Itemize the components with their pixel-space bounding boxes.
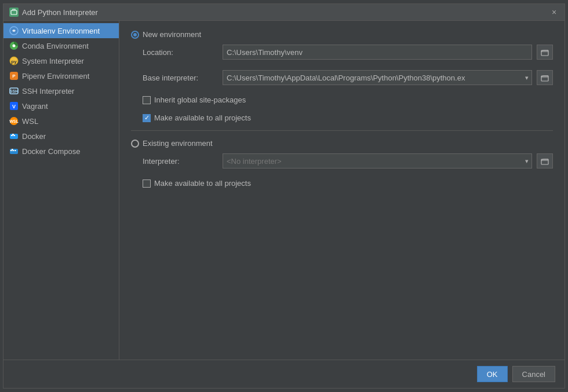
make-available-new-label: Make available to all projects — [154, 113, 251, 122]
sidebar-label-system: System Interpreter — [22, 57, 84, 65]
existing-environment-radio[interactable] — [131, 140, 139, 148]
location-label: Location: — [143, 48, 218, 57]
svg-rect-24 — [541, 76, 548, 81]
dialog-body: Virtualenv Environment Conda Environment — [3, 21, 565, 360]
svg-rect-21 — [12, 149, 13, 150]
sidebar-label-virtualenv: Virtualenv Environment — [22, 27, 100, 35]
svg-text:WSL: WSL — [9, 119, 19, 123]
sidebar-item-docker[interactable]: Docker — [3, 129, 119, 144]
sidebar-label-vagrant: Vagrant — [22, 102, 48, 111]
sidebar-item-system[interactable]: py System Interpreter — [3, 53, 119, 68]
svg-rect-0 — [11, 10, 17, 14]
svg-rect-20 — [13, 150, 14, 151]
svg-rect-16 — [13, 135, 15, 136]
cancel-button[interactable]: Cancel — [512, 366, 555, 382]
make-available-existing-checkbox[interactable] — [143, 179, 151, 188]
sidebar-item-docker-compose[interactable]: Docker Compose — [3, 144, 119, 159]
svg-rect-17 — [12, 134, 14, 135]
conda-icon — [9, 41, 19, 50]
sidebar-item-wsl[interactable]: WSL WSL — [3, 113, 119, 129]
sidebar-label-conda: Conda Environment — [22, 42, 89, 50]
inherit-checkbox-row: Inherit global site-packages — [143, 96, 553, 104]
dialog-footer: OK Cancel — [3, 360, 565, 388]
interpreter-select[interactable]: <No interpreter> — [223, 153, 532, 168]
sidebar-label-wsl: WSL — [22, 117, 38, 126]
svg-text:P: P — [12, 74, 16, 79]
svg-point-3 — [13, 45, 16, 47]
title-bar: Add Python Interpreter × — [3, 4, 565, 21]
sidebar-item-conda[interactable]: Conda Environment — [3, 38, 119, 53]
existing-environment-section: Existing environment Interpreter: <No in… — [131, 139, 553, 191]
new-environment-radio-label[interactable]: New environment — [131, 30, 553, 39]
make-available-new-checkbox[interactable] — [143, 114, 151, 122]
main-content: New environment Location: Base interpr — [119, 21, 565, 360]
sidebar-label-pipenv: Pipenv Environment — [22, 72, 89, 80]
svg-text:py: py — [11, 59, 17, 64]
base-interpreter-label: Base interpreter: — [143, 74, 218, 82]
existing-environment-label: Existing environment — [143, 139, 213, 148]
base-interpreter-browse-button[interactable] — [537, 70, 553, 85]
close-button[interactable]: × — [549, 8, 559, 17]
sidebar-label-docker: Docker — [22, 132, 46, 141]
sidebar-item-ssh[interactable]: SSH SSH Interpreter — [3, 83, 119, 98]
new-environment-label: New environment — [143, 30, 201, 39]
docker-compose-icon — [9, 146, 19, 156]
inherit-label: Inherit global site-packages — [154, 96, 246, 104]
base-interpreter-select[interactable]: C:\Users\Timothy\AppData\Local\Programs\… — [223, 70, 532, 85]
base-interpreter-select-wrapper: C:\Users\Timothy\AppData\Local\Programs\… — [223, 70, 532, 85]
section-divider — [131, 130, 553, 131]
make-available-existing-label: Make available to all projects — [154, 179, 251, 188]
svg-rect-23 — [541, 50, 548, 56]
sidebar-label-docker-compose: Docker Compose — [22, 147, 80, 156]
sidebar-item-virtualenv[interactable]: Virtualenv Environment — [3, 23, 119, 38]
system-icon: py — [9, 56, 19, 65]
svg-rect-25 — [541, 159, 548, 164]
base-interpreter-row: Base interpreter: C:\Users\Timothy\AppDa… — [143, 70, 553, 85]
svg-rect-18 — [10, 149, 18, 154]
sidebar-label-ssh: SSH Interpreter — [22, 87, 74, 96]
location-browse-button[interactable] — [537, 45, 553, 60]
ok-button[interactable]: OK — [477, 366, 508, 382]
sidebar: Virtualenv Environment Conda Environment — [3, 21, 119, 360]
existing-environment-radio-label[interactable]: Existing environment — [131, 139, 553, 148]
svg-rect-19 — [10, 150, 12, 151]
wsl-icon: WSL — [9, 116, 19, 126]
make-available-new-checkbox-row: Make available to all projects — [143, 113, 553, 122]
inherit-checkbox[interactable] — [143, 96, 151, 104]
dialog-icon — [9, 8, 19, 17]
make-available-existing-checkbox-row: Make available to all projects — [143, 179, 553, 188]
docker-icon — [9, 131, 19, 141]
sidebar-item-pipenv[interactable]: P Pipenv Environment — [3, 68, 119, 83]
svg-rect-22 — [14, 150, 16, 151]
virtualenv-icon — [9, 26, 19, 35]
new-environment-radio[interactable] — [131, 31, 139, 39]
sidebar-item-vagrant[interactable]: V Vagrant — [3, 98, 119, 113]
location-input[interactable] — [223, 45, 532, 60]
location-row: Location: — [143, 45, 553, 60]
ssh-icon: SSH — [9, 86, 19, 96]
pipenv-icon: P — [9, 71, 19, 80]
interpreter-select-wrapper: <No interpreter> — [223, 153, 532, 168]
svg-text:SSH: SSH — [10, 89, 18, 93]
svg-rect-15 — [11, 135, 13, 136]
add-python-interpreter-dialog: Add Python Interpreter × Virtualenv Envi… — [3, 3, 565, 389]
new-environment-section: New environment Location: Base interpr — [131, 30, 553, 126]
dialog-title: Add Python Interpreter — [22, 8, 98, 17]
vagrant-icon: V — [9, 101, 19, 111]
interpreter-label: Interpreter: — [143, 157, 218, 166]
title-bar-left: Add Python Interpreter — [9, 8, 98, 17]
interpreter-browse-button[interactable] — [537, 153, 553, 168]
interpreter-row: Interpreter: <No interpreter> — [143, 153, 553, 168]
svg-text:V: V — [12, 104, 16, 109]
